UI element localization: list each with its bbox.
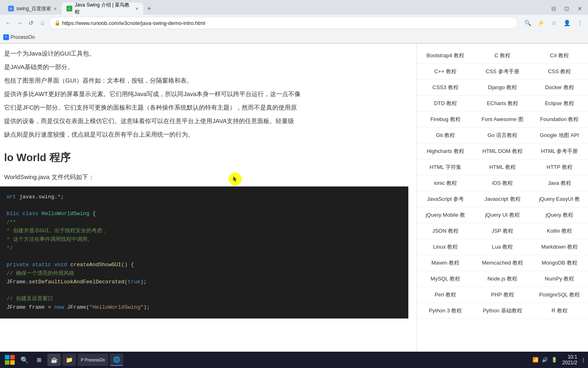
code-line-1: ort javax.swing.*; xyxy=(7,193,402,202)
tab-active[interactable]: C Java Swing 介绍 | 菜鸟教程 ✕ xyxy=(62,2,143,15)
code-line-6: * 这个方法在事件调用线程中调用。 xyxy=(7,236,402,244)
sidebar-item-48[interactable]: Python 3 教程 xyxy=(417,303,474,319)
sidebar-item-43[interactable]: Node.js 教程 xyxy=(474,271,531,287)
sidebar-item-22[interactable]: HTML 教程 xyxy=(474,159,531,175)
bookmark-processOn[interactable]: P ProcessOn xyxy=(3,34,35,40)
sidebar-item-27[interactable]: JavaScript 参考 xyxy=(417,191,474,207)
sidebar-item-15[interactable]: Git 教程 xyxy=(417,128,474,144)
lock-icon: 🔒 xyxy=(54,20,60,26)
sidebar-item-31[interactable]: jQuery UI 教程 xyxy=(474,207,531,223)
refresh-button[interactable]: ↺ xyxy=(26,18,36,28)
browser-chrome: B swing_百度搜索 ✕ C Java Swing 介绍 | 菜鸟教程 ✕ … xyxy=(0,0,588,44)
sidebar-item-7[interactable]: Django 教程 xyxy=(474,80,531,96)
sidebar-item-36[interactable]: Linux 教程 xyxy=(417,239,474,255)
search-taskbar-icon[interactable]: 🔍 xyxy=(18,353,31,366)
home-button[interactable]: ⌂ xyxy=(38,18,47,28)
back-button[interactable]: ← xyxy=(3,18,13,28)
sidebar-item-9[interactable]: DTD 教程 xyxy=(417,96,474,112)
sidebar-item-10[interactable]: ECharts 教程 xyxy=(474,96,531,112)
sidebar-item-28[interactable]: Javascript 教程 xyxy=(474,191,531,207)
sidebar-item-11[interactable]: Eclipse 教程 xyxy=(531,96,588,112)
sidebar-item-14[interactable]: Foundation 教程 xyxy=(531,112,588,128)
sidebar-item-35[interactable]: Kotlin 教程 xyxy=(531,223,588,239)
sidebar-item-32[interactable]: jQuery 教程 xyxy=(531,207,588,223)
sidebar-item-1[interactable]: C 教程 xyxy=(474,48,531,64)
sidebar-item-19[interactable]: HTML DOM 教程 xyxy=(474,144,531,159)
sidebar-item-13[interactable]: Font Awesome 图 xyxy=(474,112,531,128)
browser-actions: 🔍 ⚡ ☆ 👤 ⋮ xyxy=(523,18,585,28)
sidebar-item-47[interactable]: PostgreSQL 教程 xyxy=(531,287,588,303)
sidebar-item-8[interactable]: Docker 教程 xyxy=(531,80,588,96)
search-icon[interactable]: 🔍 xyxy=(523,18,532,28)
sidebar-item-49[interactable]: Python 基础教程 xyxy=(474,303,531,319)
close-button[interactable]: ✕ xyxy=(575,4,585,13)
taskbar-time: 10:1 2021/2 xyxy=(562,354,577,366)
sidebar-item-17[interactable]: Google 地图 API xyxy=(531,128,588,144)
code-line-13: // 创建及设置窗口 xyxy=(7,295,402,303)
sidebar-item-39[interactable]: Maven 教程 xyxy=(417,255,474,271)
sidebar-item-30[interactable]: jQuery Mobile 教 xyxy=(417,207,474,223)
sidebar-item-45[interactable]: Perl 教程 xyxy=(417,287,474,303)
page-content: 是一个为Java设计的GUI工具包。 是JAVA基础类的一部分。 包括了图形用户… xyxy=(0,44,588,368)
section-subtitle: WorldSwing.java 文件代码如下： xyxy=(0,171,408,182)
sidebar-item-21[interactable]: HTML 字符集 xyxy=(417,159,474,175)
sidebar-item-41[interactable]: MongoDB 教程 xyxy=(531,255,588,271)
tab-inactive[interactable]: B swing_百度搜索 ✕ xyxy=(3,2,62,15)
code-line-2 xyxy=(7,202,402,210)
sidebar-item-25[interactable]: iOS 教程 xyxy=(474,175,531,191)
tab-close-1[interactable]: ✕ xyxy=(53,7,57,11)
sidebar-item-37[interactable]: Lua 教程 xyxy=(474,239,531,255)
code-block: ort javax.swing.*; blic class HelloWorld… xyxy=(0,186,408,319)
address-bar: ← → ↺ ⌂ 🔒 https://www.runoob.com/w3cnote… xyxy=(0,15,588,31)
sidebar-item-46[interactable]: PHP 教程 xyxy=(474,287,531,303)
account-icon[interactable]: 👤 xyxy=(562,18,572,28)
code-line-10: // 确保一个漂亮的外观风格 xyxy=(7,269,402,278)
more-icon[interactable]: ⋮ xyxy=(575,18,585,28)
taskbar-app-browser[interactable]: 🌐 xyxy=(110,354,123,366)
add-tab-button[interactable]: + xyxy=(143,3,155,14)
sidebar-item-18[interactable]: Highcharts 教程 xyxy=(417,144,474,159)
taskbar-app-folder[interactable]: 📁 xyxy=(62,354,76,366)
sidebar-item-40[interactable]: Memcached 教程 xyxy=(474,255,531,271)
bookmark-icon[interactable]: ☆ xyxy=(549,18,559,28)
tab-label-2: Java Swing 介绍 | 菜鸟教程 xyxy=(75,2,133,16)
sidebar-item-0[interactable]: Bootstrap4 教程 xyxy=(417,48,474,64)
taskbar-app-processOn[interactable]: P ProcessOn xyxy=(78,354,108,366)
sidebar-item-34[interactable]: JSP 教程 xyxy=(474,223,531,239)
sidebar-item-23[interactable]: HTTP 教程 xyxy=(531,159,588,175)
sidebar-item-20[interactable]: HTML 参考手册 xyxy=(531,144,588,159)
code-line-5: * 创建并显示GUI。出于线程安全的考虑， xyxy=(7,227,402,236)
url-text: https://www.runoob.com/w3cnote/java-swin… xyxy=(62,20,205,26)
sidebar-item-38[interactable]: Markdown 教程 xyxy=(531,239,588,255)
code-line-14: JFrame frame = new JFrame("HelloWorldSwi… xyxy=(7,303,402,312)
url-bar[interactable]: 🔒 https://www.runoob.com/w3cnote/java-sw… xyxy=(49,17,518,29)
extension-icon[interactable]: ⚡ xyxy=(536,18,546,28)
sidebar-item-2[interactable]: C# 教程 xyxy=(531,48,588,64)
sidebar-item-29[interactable]: jQuery EasyUI 教 xyxy=(531,191,588,207)
volume-icon[interactable]: 🔊 xyxy=(542,357,548,363)
sidebar-item-33[interactable]: JSON 教程 xyxy=(417,223,474,239)
sidebar-item-26[interactable]: Java 教程 xyxy=(531,175,588,191)
maximize-button[interactable]: ⊡ xyxy=(562,4,572,13)
forward-button[interactable]: → xyxy=(15,18,24,28)
taskbar: 🔍 ⊞ ☕ 📁 P ProcessOn 🌐 📶 🔊 🔋 10:1 2021/2 … xyxy=(0,352,588,368)
task-view-icon[interactable]: ⊞ xyxy=(33,353,46,366)
tab-close-2[interactable]: ✕ xyxy=(135,7,138,11)
minimize-button[interactable]: ⊟ xyxy=(549,4,559,13)
date-display: 2021/2 xyxy=(562,360,577,366)
sidebar-item-12[interactable]: Firebug 教程 xyxy=(417,112,474,128)
network-icon[interactable]: 📶 xyxy=(532,357,539,363)
sidebar-item-42[interactable]: MySQL 教程 xyxy=(417,271,474,287)
sidebar-item-50[interactable]: R 教程 xyxy=(531,303,588,319)
show-desktop-button[interactable]: │ xyxy=(582,358,585,362)
sidebar-item-16[interactable]: Go 语言教程 xyxy=(474,128,531,144)
sidebar-item-6[interactable]: CSS3 教程 xyxy=(417,80,474,96)
taskbar-app-java[interactable]: ☕ xyxy=(47,354,61,366)
sidebar-item-4[interactable]: CSS 参考手册 xyxy=(474,64,531,80)
sidebar-item-5[interactable]: CSS 教程 xyxy=(531,64,588,80)
sidebar-item-44[interactable]: NumPy 教程 xyxy=(531,271,588,287)
sidebar-item-24[interactable]: ionic 教程 xyxy=(417,175,474,191)
battery-icon[interactable]: 🔋 xyxy=(551,357,557,363)
windows-logo[interactable] xyxy=(3,353,16,366)
sidebar-item-3[interactable]: C++ 教程 xyxy=(417,64,474,80)
